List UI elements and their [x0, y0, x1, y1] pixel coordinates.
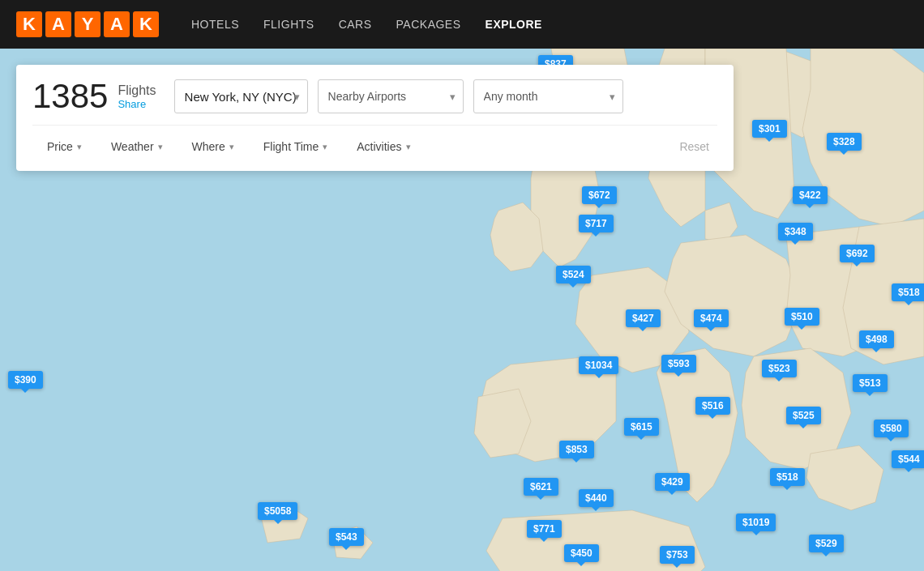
reset-button[interactable]: Reset: [671, 135, 717, 158]
price-tag[interactable]: $450: [564, 544, 599, 562]
filter-weather[interactable]: Weather ▾: [96, 135, 178, 158]
price-tag[interactable]: $328: [827, 133, 862, 151]
price-tag[interactable]: $348: [778, 223, 813, 241]
logo-k2: K: [133, 11, 159, 37]
price-tag[interactable]: $672: [582, 186, 617, 204]
price-tag[interactable]: $516: [695, 397, 730, 415]
flights-label: Flights Share: [118, 83, 156, 110]
logo-k: K: [16, 11, 42, 37]
price-tag[interactable]: $692: [840, 245, 875, 262]
logo-a1: A: [45, 11, 71, 37]
price-tag[interactable]: $429: [655, 473, 690, 491]
filter-where[interactable]: Where ▾: [178, 135, 249, 158]
logo[interactable]: K A Y A K: [16, 11, 159, 37]
price-tag[interactable]: $771: [527, 520, 562, 538]
nav-packages[interactable]: PACKAGES: [396, 18, 461, 31]
price-tag[interactable]: $498: [859, 330, 894, 348]
price-tag[interactable]: $5058: [258, 502, 297, 520]
flights-text: Flights: [118, 83, 156, 98]
price-tag[interactable]: $524: [556, 266, 591, 283]
price-tag[interactable]: $593: [661, 355, 696, 373]
price-tag[interactable]: $544: [892, 450, 924, 468]
filter-flight-time[interactable]: Flight Time ▾: [249, 135, 342, 158]
nav-links: HOTELS FLIGHTS CARS PACKAGES EXPLORE: [191, 18, 542, 31]
share-link[interactable]: Share: [118, 98, 156, 110]
airports-select[interactable]: Nearby Airports: [318, 79, 464, 113]
price-tag[interactable]: $523: [762, 360, 797, 377]
origin-wrap: New York, NY (NYC): [174, 79, 308, 113]
nav-hotels[interactable]: HOTELS: [191, 18, 239, 31]
filter-price[interactable]: Price ▾: [32, 135, 96, 158]
price-tag[interactable]: $427: [626, 309, 661, 327]
month-select[interactable]: Any month: [473, 79, 623, 113]
price-tag[interactable]: $422: [793, 186, 828, 204]
price-tag[interactable]: $543: [329, 528, 364, 546]
price-tag[interactable]: $301: [752, 120, 787, 138]
price-tag[interactable]: $390: [8, 371, 43, 389]
nav-flights[interactable]: FLIGHTS: [263, 18, 314, 31]
price-tag[interactable]: $1034: [579, 356, 618, 374]
logo-a2: A: [104, 11, 130, 37]
nav-explore[interactable]: EXPLORE: [486, 18, 542, 31]
origin-select[interactable]: New York, NY (NYC): [174, 79, 308, 113]
price-tag[interactable]: $615: [624, 418, 659, 436]
flight-count: 1385: [32, 79, 108, 113]
price-tag[interactable]: $510: [785, 308, 819, 326]
price-tag[interactable]: $1019: [736, 513, 776, 531]
price-tag[interactable]: $580: [874, 420, 909, 437]
price-tag[interactable]: $853: [559, 441, 594, 458]
filter-bar: Price ▾ Weather ▾ Where ▾ Flight Time ▾ …: [32, 125, 717, 158]
price-tag[interactable]: $518: [892, 283, 924, 301]
navbar: K A Y A K HOTELS FLIGHTS CARS PACKAGES E…: [0, 0, 924, 49]
filter-activities[interactable]: Activities ▾: [342, 135, 425, 158]
price-tag[interactable]: $621: [524, 478, 558, 496]
price-tag[interactable]: $717: [579, 215, 614, 232]
search-top: 1385 Flights Share New York, NY (NYC) Ne…: [32, 79, 717, 113]
price-tag[interactable]: $753: [660, 546, 695, 564]
month-wrap: Any month: [473, 79, 623, 113]
price-tag[interactable]: $513: [853, 374, 888, 392]
nav-cars[interactable]: CARS: [339, 18, 372, 31]
price-tag[interactable]: $440: [579, 489, 614, 507]
search-panel: 1385 Flights Share New York, NY (NYC) Ne…: [16, 65, 734, 171]
price-tag[interactable]: $525: [786, 407, 821, 424]
price-tag[interactable]: $518: [770, 468, 805, 486]
price-tag[interactable]: $529: [809, 535, 844, 552]
airports-wrap: Nearby Airports: [318, 79, 464, 113]
price-tag[interactable]: $474: [694, 309, 729, 327]
logo-y: Y: [75, 11, 101, 37]
